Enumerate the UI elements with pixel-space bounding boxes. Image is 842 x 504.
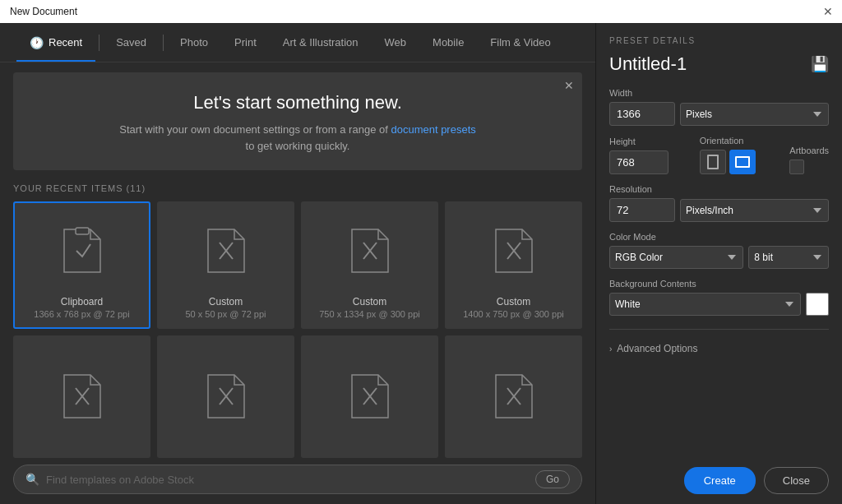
width-field-group: Width Pixels Inches Centimeters <box>609 88 829 126</box>
recent-header: YOUR RECENT ITEMS (11) <box>13 183 582 193</box>
go-button[interactable]: Go <box>535 470 570 488</box>
items-grid: Clipboard 1366 x 768 px @ 72 ppi Custom <box>13 201 582 458</box>
width-field-row: Pixels Inches Centimeters <box>609 102 829 126</box>
search-input[interactable] <box>46 474 529 486</box>
tab-art[interactable]: Art & Illustration <box>270 23 372 62</box>
resolution-input[interactable] <box>609 198 675 222</box>
preset-name-row: Untitled-1 💾 <box>609 53 829 75</box>
bg-color-swatch[interactable] <box>806 293 829 316</box>
main-container: 🕐 Recent Saved Photo Print Art & Illustr… <box>0 23 842 504</box>
orientation-buttons <box>700 150 780 174</box>
portrait-icon <box>707 155 719 169</box>
portrait-button[interactable] <box>700 150 726 174</box>
tab-divider <box>99 35 99 51</box>
width-unit-select[interactable]: Pixels Inches Centimeters <box>680 103 829 126</box>
artboards-group: Artboards <box>789 146 829 174</box>
resolution-label: Resolution <box>609 184 829 194</box>
item-size: 750 x 1334 px @ 300 ppi <box>319 309 419 319</box>
search-bar: 🔍 Go <box>13 465 582 494</box>
list-item[interactable] <box>445 335 582 458</box>
dialog-title: New Document <box>10 6 77 17</box>
close-button[interactable]: Close <box>764 467 829 494</box>
document-icon-area <box>453 210 574 291</box>
document-icon-area <box>165 210 286 291</box>
width-input[interactable] <box>609 102 675 126</box>
tab-web[interactable]: Web <box>372 23 420 62</box>
welcome-subtitle: Start with your own document settings or… <box>26 122 569 154</box>
clock-icon: 🕐 <box>30 36 44 49</box>
title-close-button[interactable]: ✕ <box>821 4 835 19</box>
tab-divider-2 <box>163 35 164 51</box>
bit-depth-select[interactable]: 8 bit 16 bit 32 bit <box>748 246 829 269</box>
landscape-icon <box>735 156 750 168</box>
list-item[interactable] <box>13 335 150 458</box>
document-icon-area <box>309 210 430 291</box>
orientation-label: Orientation <box>700 136 780 146</box>
document-icon-area <box>21 210 142 291</box>
bg-contents-field-group: Background Contents White Black Backgrou… <box>609 279 829 316</box>
document-icon-area <box>165 344 286 448</box>
divider <box>609 329 829 330</box>
color-mode-label: Color Mode <box>609 232 829 242</box>
tab-recent[interactable]: 🕐 Recent <box>16 23 95 62</box>
preset-name: Untitled-1 <box>609 53 687 75</box>
bg-contents-row: White Black Background Color Transparent <box>609 293 829 316</box>
bottom-buttons: Create Close <box>609 457 829 494</box>
item-size: 50 x 50 px @ 72 ppi <box>185 309 266 319</box>
orientation-group: Orientation <box>700 136 780 174</box>
banner-close-button[interactable]: ✕ <box>564 79 574 92</box>
resolution-field-group: Resolution Pixels/Inch Pixels/Centimeter <box>609 184 829 222</box>
list-item[interactable]: Custom 50 x 50 px @ 72 ppi <box>157 201 294 329</box>
tab-print[interactable]: Print <box>221 23 270 62</box>
bg-contents-label: Background Contents <box>609 279 829 289</box>
height-input[interactable] <box>609 150 669 174</box>
artboards-label: Artboards <box>789 146 829 155</box>
color-mode-field-group: Color Mode RGB Color CMYK Color Grayscal… <box>609 232 829 269</box>
artboards-checkbox[interactable] <box>789 160 804 174</box>
chevron-right-icon: › <box>609 344 612 354</box>
item-name: Custom <box>497 296 530 307</box>
tab-photo[interactable]: Photo <box>167 23 221 62</box>
bg-contents-select[interactable]: White Black Background Color Transparent <box>609 293 801 316</box>
preset-section-label: PRESET DETAILS <box>609 36 829 45</box>
create-button[interactable]: Create <box>684 467 756 494</box>
height-field-group: Height <box>609 136 690 174</box>
color-mode-field-row: RGB Color CMYK Color Grayscale 8 bit 16 … <box>609 246 829 269</box>
title-bar: New Document ✕ <box>0 0 842 23</box>
document-icon-area <box>21 344 142 448</box>
item-size: 1366 x 768 px @ 72 ppi <box>34 309 129 319</box>
tab-film[interactable]: Film & Video <box>477 23 563 62</box>
list-item[interactable]: Custom 750 x 1334 px @ 300 ppi <box>301 201 438 329</box>
list-item[interactable] <box>301 335 438 458</box>
document-presets-link[interactable]: document presets <box>391 123 475 136</box>
welcome-banner: ✕ Let's start something new. Start with … <box>13 72 582 170</box>
save-preset-icon[interactable]: 💾 <box>811 55 829 73</box>
list-item[interactable] <box>157 335 294 458</box>
width-label: Width <box>609 88 829 98</box>
item-name: Custom <box>353 296 386 307</box>
height-label: Height <box>609 136 690 146</box>
left-panel: 🕐 Recent Saved Photo Print Art & Illustr… <box>0 23 595 504</box>
list-item[interactable]: Custom 1400 x 750 px @ 300 ppi <box>445 201 582 329</box>
item-size: 1400 x 750 px @ 300 ppi <box>463 309 563 319</box>
tab-saved[interactable]: Saved <box>103 23 160 62</box>
item-name: Custom <box>209 296 243 307</box>
tab-mobile[interactable]: Mobile <box>419 23 477 62</box>
document-icon-area <box>453 344 574 448</box>
resolution-field-row: Pixels/Inch Pixels/Centimeter <box>609 198 829 222</box>
advanced-options-label: Advanced Options <box>617 343 697 354</box>
right-panel: PRESET DETAILS Untitled-1 💾 Width Pixels… <box>595 23 842 504</box>
document-icon-area <box>309 344 430 448</box>
landscape-button[interactable] <box>729 150 756 174</box>
svg-rect-0 <box>76 228 89 234</box>
color-mode-select[interactable]: RGB Color CMYK Color Grayscale <box>609 246 743 269</box>
recent-section: YOUR RECENT ITEMS (11) Clipboard 1366 <box>0 177 595 458</box>
tabs-bar: 🕐 Recent Saved Photo Print Art & Illustr… <box>0 23 595 62</box>
welcome-title: Let's start something new. <box>26 92 569 113</box>
list-item[interactable]: Clipboard 1366 x 768 px @ 72 ppi <box>13 201 150 329</box>
search-icon: 🔍 <box>25 473 39 486</box>
advanced-options-row[interactable]: › Advanced Options <box>609 343 829 354</box>
resolution-unit-select[interactable]: Pixels/Inch Pixels/Centimeter <box>680 199 829 222</box>
height-orientation-row: Height Orientation Artboards <box>609 136 829 174</box>
item-name: Clipboard <box>61 296 103 307</box>
